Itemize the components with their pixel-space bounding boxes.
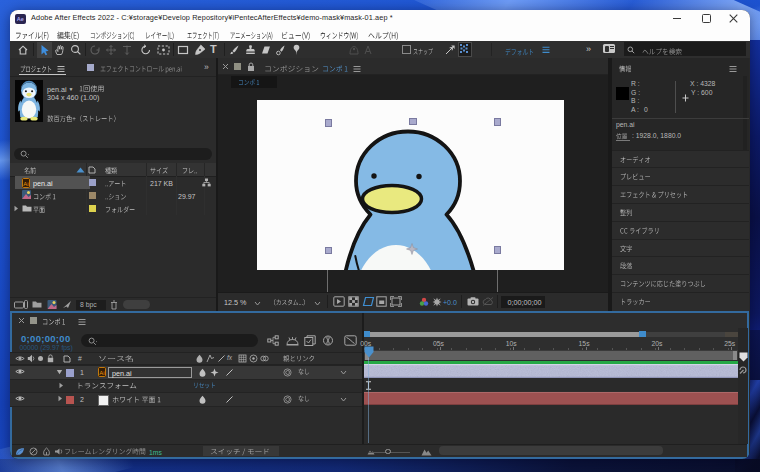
svg-text:Ai: Ai — [23, 180, 28, 186]
svg-text:Ai: Ai — [99, 370, 104, 376]
